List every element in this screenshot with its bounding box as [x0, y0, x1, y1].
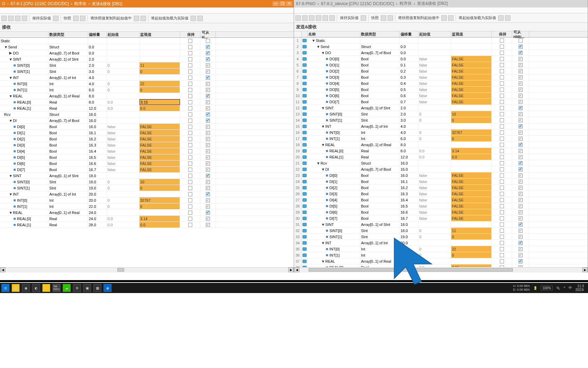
- cell-dtype[interactable]: Array[0..1] of Real: [360, 258, 400, 264]
- checkbox-icon[interactable]: [206, 112, 210, 117]
- cell-name[interactable]: INT[1]: [308, 252, 360, 258]
- cell-monitor[interactable]: [140, 56, 180, 62]
- cell-monitor[interactable]: FALSE: [140, 160, 180, 166]
- cell-init[interactable]: 0: [107, 62, 140, 68]
- checkbox-icon[interactable]: [188, 51, 192, 55]
- cell-monitor[interactable]: FALSE: [140, 154, 180, 160]
- cell-monitor[interactable]: FALSE: [140, 124, 180, 129]
- table-row[interactable]: 36INT[1]Int22.000✓: [294, 252, 588, 258]
- cell-init[interactable]: [419, 50, 451, 56]
- checkbox-icon[interactable]: [500, 124, 504, 128]
- cell-hmi[interactable]: [200, 44, 216, 50]
- cell-monitor[interactable]: FALSE: [140, 130, 180, 136]
- checkbox-icon[interactable]: ✓: [206, 186, 210, 190]
- cell-dtype[interactable]: Bool: [360, 191, 400, 197]
- checkbox-icon[interactable]: [188, 112, 192, 117]
- cell-init[interactable]: false: [419, 93, 451, 98]
- cell-dtype[interactable]: SInt: [49, 179, 88, 185]
- cell-name[interactable]: INT[0]: [308, 246, 360, 252]
- cell-name[interactable]: DI[1]: [308, 179, 360, 184]
- table-row[interactable]: 34▼INTArray[0..1] of Int20.0: [294, 240, 588, 246]
- cell-dtype[interactable]: Bool: [360, 56, 400, 62]
- taskbar-app[interactable]: ◉: [103, 284, 112, 292]
- checkbox-icon[interactable]: ✓: [206, 131, 210, 135]
- cell-keep[interactable]: [180, 118, 200, 123]
- cell-dtype[interactable]: [360, 37, 400, 43]
- table-row[interactable]: 12▼SINTArray[0..1] of SInt2.0: [294, 105, 588, 111]
- plug-icon[interactable]: 🔌: [556, 286, 560, 290]
- cell-init[interactable]: 0: [107, 81, 140, 87]
- cell-keep[interactable]: [492, 74, 512, 80]
- checkbox-icon[interactable]: [188, 57, 192, 61]
- checkbox-icon[interactable]: [500, 173, 504, 178]
- cell-init[interactable]: false: [419, 62, 451, 68]
- cell-keep[interactable]: [180, 50, 200, 56]
- table-row[interactable]: 21▼RcvStruct16.0: [294, 160, 588, 166]
- cell-hmi[interactable]: [200, 173, 216, 179]
- cell-dtype[interactable]: Bool: [360, 99, 400, 105]
- col-monitor[interactable]: 监视值: [140, 32, 180, 37]
- cell-hmi[interactable]: [200, 38, 216, 44]
- cell-keep[interactable]: [492, 258, 512, 264]
- taskbar-app[interactable]: ▦: [12, 284, 20, 292]
- table-row[interactable]: 25DI[2]Bool16.2falseFALSE✓: [294, 185, 588, 191]
- edge-icon[interactable]: ◐: [32, 284, 40, 292]
- checkbox-icon[interactable]: [188, 70, 192, 74]
- table-row[interactable]: INT[0]Int20.0032767✓: [0, 197, 294, 203]
- cell-dtype[interactable]: Array[0..1] of SInt: [49, 173, 88, 179]
- checkbox-icon[interactable]: [188, 223, 192, 227]
- cell-init[interactable]: 0.0: [419, 154, 451, 160]
- cell-monitor[interactable]: [451, 37, 492, 43]
- cell-monitor[interactable]: FALSE: [451, 56, 492, 62]
- cell-name[interactable]: ▼Rcv: [308, 160, 360, 166]
- cell-name[interactable]: DI[5]: [0, 154, 49, 160]
- cell-name[interactable]: REAL[0]: [0, 99, 49, 105]
- cell-dtype[interactable]: [49, 38, 88, 44]
- checkbox-icon[interactable]: [206, 192, 210, 196]
- expander-icon[interactable]: ▼: [9, 174, 12, 178]
- cell-monitor[interactable]: [140, 173, 180, 179]
- cell-name[interactable]: INT[0]: [308, 129, 360, 135]
- cell-name[interactable]: DI[7]: [308, 215, 360, 221]
- checkbox-icon[interactable]: [500, 149, 504, 153]
- cell-keep[interactable]: [180, 160, 200, 166]
- checkbox-icon[interactable]: [500, 137, 504, 141]
- table-row[interactable]: 2▼SendStruct0.0: [294, 44, 588, 50]
- col-offset[interactable]: 偏移量: [400, 31, 419, 37]
- cell-keep[interactable]: [492, 93, 512, 98]
- cell-hmi[interactable]: ✓: [512, 62, 529, 68]
- checkbox-icon[interactable]: ✓: [519, 210, 523, 214]
- cell-keep[interactable]: [492, 172, 512, 178]
- checkbox-icon[interactable]: [500, 100, 504, 104]
- cell-keep[interactable]: [492, 123, 512, 129]
- table-row[interactable]: SINT[1]SInt3.000✓: [0, 68, 294, 75]
- table-row[interactable]: 5DO[1]Bool0.1falseFALSE✓: [294, 62, 588, 68]
- cell-hmi[interactable]: ✓: [512, 179, 529, 184]
- col-keep[interactable]: 保持: [180, 32, 200, 37]
- cell-hmi[interactable]: ✓: [200, 154, 216, 160]
- cell-name[interactable]: SINT[0]: [0, 62, 49, 68]
- checkbox-icon[interactable]: [500, 223, 504, 227]
- table-row[interactable]: 37▼REALArray[0..1] of Real24.0: [294, 258, 588, 264]
- cell-monitor[interactable]: [451, 240, 492, 246]
- checkbox-icon[interactable]: [500, 94, 504, 98]
- expander-icon[interactable]: ▼: [321, 259, 325, 263]
- toolbar-icon[interactable]: [448, 15, 454, 21]
- cell-name[interactable]: DI[2]: [308, 185, 360, 190]
- cell-dtype[interactable]: Int: [360, 129, 400, 135]
- checkbox-icon[interactable]: [188, 125, 192, 129]
- cell-hmi[interactable]: [200, 56, 216, 62]
- cell-name[interactable]: ▼SINT: [308, 221, 360, 227]
- cell-name[interactable]: DO[0]: [308, 56, 360, 62]
- table-row[interactable]: 8DO[4]Bool0.4falseFALSE✓: [294, 80, 588, 87]
- checkbox-icon[interactable]: [500, 81, 504, 86]
- cell-monitor[interactable]: 0.0: [451, 154, 492, 160]
- cell-monitor[interactable]: FALSE: [451, 68, 492, 74]
- cell-dtype[interactable]: Bool: [360, 209, 400, 215]
- cell-hmi[interactable]: ✓: [200, 222, 216, 228]
- checkbox-icon[interactable]: [500, 198, 504, 202]
- cell-monitor[interactable]: [140, 44, 180, 50]
- cell-init[interactable]: false: [419, 191, 451, 197]
- cell-dtype[interactable]: Array[0..1] of SInt: [360, 105, 400, 111]
- cell-name[interactable]: DI[4]: [308, 197, 360, 203]
